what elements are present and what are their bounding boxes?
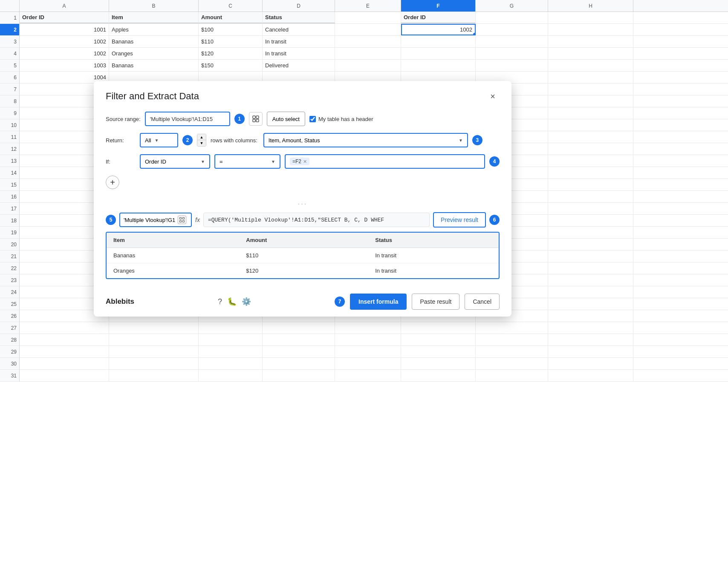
cell-H13[interactable] xyxy=(548,155,633,167)
preview-status-1: In transit xyxy=(368,248,499,263)
condition-operator-select[interactable]: = ▼ xyxy=(214,154,280,169)
cell-B5[interactable]: Bananas xyxy=(109,60,199,71)
row-num-27: 27 xyxy=(0,322,20,334)
cell-E4[interactable] xyxy=(335,48,401,59)
condition-column-select[interactable]: Order ID ▼ xyxy=(140,154,210,169)
grid-select-icon[interactable] xyxy=(249,112,263,126)
cell-E3[interactable] xyxy=(335,36,401,47)
cell-G4[interactable] xyxy=(476,48,548,59)
return-select[interactable]: All ▼ xyxy=(140,133,178,147)
cell-G3[interactable] xyxy=(476,36,548,47)
cell-G1[interactable] xyxy=(476,12,548,23)
cell-B1[interactable]: Item xyxy=(109,12,199,23)
cell-A4[interactable]: 1002 xyxy=(20,48,109,59)
remove-value-icon[interactable]: ✕ xyxy=(303,159,307,164)
add-condition-container: + xyxy=(106,176,500,189)
info-icon[interactable]: ⚙️ xyxy=(242,297,251,306)
table-row xyxy=(20,346,728,358)
row-num-21: 21 xyxy=(0,251,20,262)
badge-2: 2 xyxy=(182,135,193,145)
spinner-down[interactable]: ▼ xyxy=(197,140,206,146)
badge-3: 3 xyxy=(472,135,482,145)
cell-F1[interactable]: Order ID xyxy=(401,12,476,23)
cell-F2[interactable]: 1002 xyxy=(401,24,476,35)
bug-icon[interactable]: 🐛 xyxy=(227,297,237,306)
cell-F4[interactable] xyxy=(401,48,476,59)
cell-C4[interactable]: $120 xyxy=(199,48,263,59)
cell-H6[interactable] xyxy=(548,72,633,83)
col-header-H[interactable]: H xyxy=(548,0,633,12)
help-icon[interactable]: ? xyxy=(218,297,222,306)
cell-H9[interactable] xyxy=(548,107,633,119)
col-header-G[interactable]: G xyxy=(476,0,548,12)
cell-B4[interactable]: Oranges xyxy=(109,48,199,59)
dest-grid-icon[interactable] xyxy=(178,216,186,224)
cell-D5[interactable]: Delivered xyxy=(263,60,335,71)
cell-H5[interactable] xyxy=(548,60,633,71)
cell-F3[interactable] xyxy=(401,36,476,47)
cell-D4[interactable]: In transit xyxy=(263,48,335,59)
cell-H1[interactable] xyxy=(548,12,633,23)
cell-C2[interactable]: $100 xyxy=(199,24,263,35)
cancel-button[interactable]: Cancel xyxy=(465,294,500,310)
cell-G5[interactable] xyxy=(476,60,548,71)
cell-F5[interactable] xyxy=(401,60,476,71)
cell-E5[interactable] xyxy=(335,60,401,71)
header-checkbox-label[interactable]: My table has a header xyxy=(309,116,373,122)
cell-H4[interactable] xyxy=(548,48,633,59)
cell-D3[interactable]: In transit xyxy=(263,36,335,47)
cell-D1[interactable]: Status xyxy=(263,12,335,23)
cell-B2[interactable]: Apples xyxy=(109,24,199,35)
col-header-A[interactable]: A xyxy=(20,0,109,12)
preview-status-2: In transit xyxy=(368,263,499,279)
cell-H8[interactable] xyxy=(548,95,633,107)
return-spinner[interactable]: ▲ ▼ xyxy=(197,134,206,147)
table-row xyxy=(20,334,728,346)
source-range-input[interactable]: 'Multiple Vlookup'!A1:D15 xyxy=(145,112,230,126)
auto-select-button[interactable]: Auto select xyxy=(267,112,305,126)
cell-A2[interactable]: 1001 xyxy=(20,24,109,35)
row-num-2: 2 xyxy=(0,24,20,36)
condition-value-input[interactable]: =F2 ✕ xyxy=(285,154,485,169)
cell-C1[interactable]: Amount xyxy=(199,12,263,23)
col-header-F[interactable]: F xyxy=(401,0,476,12)
cell-C5[interactable]: $150 xyxy=(199,60,263,71)
cell-H15[interactable] xyxy=(548,179,633,190)
cell-C3[interactable]: $110 xyxy=(199,36,263,47)
insert-formula-button[interactable]: Insert formula xyxy=(350,294,407,310)
destination-cell-input[interactable]: 'Multiple Vlookup'!G1 xyxy=(119,213,192,227)
cell-A5[interactable]: 1003 xyxy=(20,60,109,71)
col-header-B[interactable]: B xyxy=(109,0,199,12)
col-header-D[interactable]: D xyxy=(263,0,335,12)
paste-result-button[interactable]: Paste result xyxy=(412,294,459,310)
row-num-16: 16 xyxy=(0,191,20,203)
cell-A1[interactable]: Order ID xyxy=(20,12,109,23)
cell-H11[interactable] xyxy=(548,131,633,143)
columns-select[interactable]: Item, Amount, Status ▼ xyxy=(263,133,468,147)
cell-H3[interactable] xyxy=(548,36,633,47)
cell-B3[interactable]: Bananas xyxy=(109,36,199,47)
badge-5: 5 xyxy=(106,215,116,225)
preview-result-button[interactable]: Preview result xyxy=(433,212,486,228)
cell-G2[interactable] xyxy=(476,24,548,35)
row-num-19: 19 xyxy=(0,227,20,239)
cell-E1[interactable] xyxy=(335,12,401,23)
cell-E2[interactable] xyxy=(335,24,401,35)
cell-H2[interactable] xyxy=(548,24,633,35)
cell-D2[interactable]: Canceled xyxy=(263,24,335,35)
close-button[interactable]: × xyxy=(486,89,500,103)
table-row: Oranges $120 In transit xyxy=(107,263,499,279)
header-checkbox[interactable] xyxy=(309,116,316,122)
cell-A3[interactable]: 1002 xyxy=(20,36,109,47)
col-header-C[interactable]: C xyxy=(199,0,263,12)
return-row: Return: All ▼ 2 ▲ ▼ rows with columns: I… xyxy=(106,133,500,147)
add-condition-button[interactable]: + xyxy=(106,176,119,189)
col-header-E[interactable]: E xyxy=(335,0,401,12)
row-num-3: 3 xyxy=(0,36,20,48)
cell-H16[interactable] xyxy=(548,191,633,202)
cell-H14[interactable] xyxy=(548,167,633,179)
spinner-up[interactable]: ▲ xyxy=(197,134,206,140)
cell-H12[interactable] xyxy=(548,143,633,155)
cell-H10[interactable] xyxy=(548,119,633,131)
cell-H7[interactable] xyxy=(548,84,633,95)
